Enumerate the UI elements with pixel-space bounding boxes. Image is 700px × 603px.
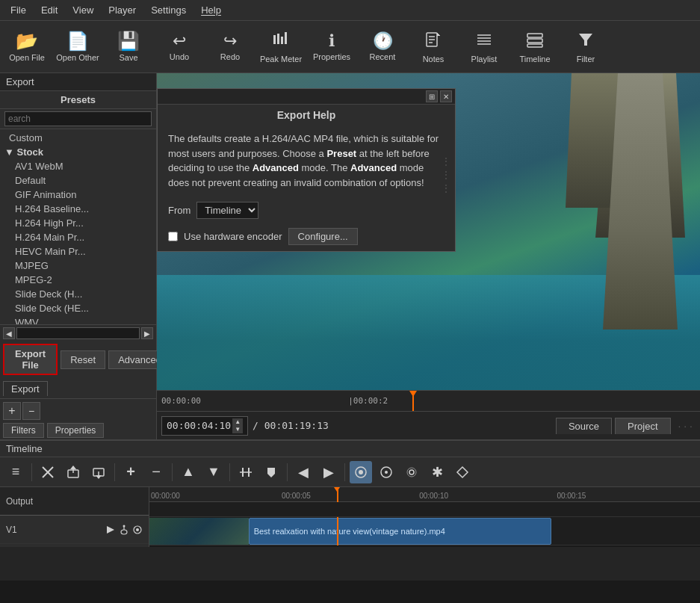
horizontal-scrollbar[interactable]: ◀ ▶ (3, 327, 153, 339)
preset-slide-deck-he[interactable]: Slide Deck (HE... (0, 301, 156, 315)
tl-down-btn[interactable]: ▼ (202, 461, 225, 483)
menu-view[interactable]: View (65, 3, 101, 17)
from-select[interactable]: Timeline Source Project (196, 202, 258, 219)
toolbar-open-other-label: Open Other (56, 53, 99, 62)
toolbar-redo[interactable]: ↪ Redo (206, 23, 254, 71)
tl-marker-btn[interactable] (260, 461, 282, 483)
timescale-ruler: 00:00:00 00:00:05 00:00:10 00:00:15 (149, 487, 700, 502)
preset-custom[interactable]: Custom (0, 131, 156, 145)
timecode-value: 00:00:04:10 (167, 420, 231, 431)
dialog-close-btn[interactable]: ✕ (440, 90, 452, 102)
menu-file[interactable]: File (3, 3, 34, 17)
project-tab[interactable]: Project (615, 418, 670, 434)
tl-keyframe-btn[interactable] (451, 461, 474, 483)
preset-hevc-main[interactable]: HEVC Main Pr... (0, 244, 156, 259)
properties-icon: ℹ (329, 33, 335, 49)
source-tab[interactable]: Source (556, 418, 612, 434)
scroll-left-btn[interactable]: ◀ (3, 327, 15, 339)
resize-handle[interactable]: · · · (675, 420, 696, 432)
search-box (0, 109, 156, 129)
toolbar-properties[interactable]: ℹ Properties (308, 23, 356, 71)
tl-add-btn[interactable]: + (120, 461, 142, 483)
tl-lift-btn[interactable] (62, 461, 84, 483)
tl-trim-btn[interactable] (235, 461, 257, 483)
preset-mpeg2[interactable]: MPEG-2 (0, 273, 156, 287)
tl-scrub-btn[interactable] (375, 461, 397, 483)
tl-prev-btn[interactable]: ◀ (292, 461, 315, 483)
recent-icon: 🕐 (373, 33, 393, 49)
export-panel: Export Presets Custom ▼ Stock AV1 WebM D… (0, 73, 157, 439)
scroll-right-btn[interactable]: ▶ (141, 327, 153, 339)
expand-icon: ▼ (4, 146, 16, 158)
timeline-tracks: Output V1 00:00:00 00:00:05 00:00:10 00:… (0, 487, 700, 547)
scrollbar-track[interactable] (16, 327, 140, 339)
menu-player[interactable]: Player (101, 3, 143, 17)
tl-next-btn[interactable]: ▶ (318, 461, 340, 483)
preset-mjpeg[interactable]: MJPEG (0, 259, 156, 273)
timecode-down[interactable]: ▼ (232, 426, 243, 433)
toolbar-filter-label: Filter (577, 55, 595, 64)
toolbar-open-other[interactable]: 📄 Open Other (54, 23, 102, 71)
toolbar-playlist-label: Playlist (471, 55, 498, 64)
dialog-restore-btn[interactable]: ⊞ (426, 90, 438, 102)
tick-1: 00:00:05 (282, 492, 311, 500)
redo-icon: ↪ (223, 33, 237, 49)
tl-cut-btn[interactable] (37, 461, 59, 483)
preset-h264-main[interactable]: H.264 Main Pr... (0, 230, 156, 244)
svg-point-35 (407, 468, 416, 477)
hw-encoder-checkbox[interactable] (168, 232, 178, 241)
remove-button[interactable]: − (22, 402, 40, 420)
toolbar-recent-label: Recent (370, 52, 396, 61)
export-dialog: ⊞ ✕ Export Help The defaults create a H.… (157, 88, 456, 252)
svg-marker-25 (96, 475, 102, 479)
menu-edit[interactable]: Edit (34, 3, 65, 17)
toolbar-notes[interactable]: Notes (409, 23, 457, 71)
toolbar-recent[interactable]: 🕐 Recent (359, 23, 406, 71)
svg-marker-17 (579, 34, 592, 46)
timecode-up[interactable]: ▲ (232, 418, 243, 426)
add-button[interactable]: + (3, 402, 21, 420)
toolbar-undo[interactable]: ↩ Undo (155, 23, 203, 71)
preset-default[interactable]: Default (0, 173, 156, 188)
tl-ripple-btn[interactable] (400, 461, 423, 483)
search-input[interactable] (4, 111, 152, 126)
properties-tab[interactable]: Properties (47, 423, 105, 438)
tl-snap-btn[interactable] (350, 461, 372, 483)
preset-av1-webm[interactable]: AV1 WebM (0, 159, 156, 173)
toolbar-save[interactable]: 💾 Save (105, 23, 152, 71)
export-file-button[interactable]: Export File (3, 344, 58, 375)
tl-overwrite-btn[interactable] (87, 461, 110, 483)
output-label-text: Output (6, 496, 33, 507)
tl-menu-btn[interactable]: ≡ (4, 461, 27, 483)
menu-settings[interactable]: Settings (143, 3, 193, 17)
tl-multi-btn[interactable]: ✱ (426, 461, 448, 483)
toolbar-open-file[interactable]: 📂 Open File (3, 23, 51, 71)
configure-button[interactable]: Configure... (288, 228, 358, 245)
svg-rect-2 (281, 37, 283, 44)
tl-up-btn[interactable]: ▲ (177, 461, 199, 483)
timeline-time-1: |00:00:2 (348, 396, 388, 406)
preset-gif-animation[interactable]: GIF Animation (0, 188, 156, 202)
svg-point-34 (409, 470, 414, 474)
tl-remove-btn[interactable]: − (145, 461, 167, 483)
preset-wmv[interactable]: WMV (0, 315, 156, 324)
dialog-body: The defaults create a H.264/AAC MP4 file… (158, 126, 455, 196)
toolbar-peak-meter[interactable]: Peak Meter (257, 23, 305, 71)
svg-rect-15 (527, 39, 542, 43)
dialog-body-text3: mode. The (299, 162, 350, 173)
separator-5 (287, 463, 288, 481)
menu-help[interactable]: Help (193, 3, 229, 17)
toolbar-playlist[interactable]: Playlist (460, 23, 508, 71)
toolbar-timeline[interactable]: Timeline (511, 23, 559, 71)
toolbar-filter[interactable]: Filter (562, 23, 610, 71)
preset-h264-high[interactable]: H.264 High Pr... (0, 216, 156, 230)
filters-tab[interactable]: Filters (3, 423, 44, 438)
preset-h264-baseline[interactable]: H.264 Baseline... (0, 202, 156, 216)
reset-button[interactable]: Reset (61, 350, 105, 369)
export-tab[interactable]: Export (3, 381, 48, 396)
separator-1 (31, 463, 32, 481)
notes-icon (424, 31, 442, 52)
preset-stock[interactable]: ▼ Stock (0, 145, 156, 159)
preset-slide-deck-h[interactable]: Slide Deck (H... (0, 287, 156, 301)
video-clip[interactable]: Best realxation with nature view(vintage… (249, 518, 551, 545)
